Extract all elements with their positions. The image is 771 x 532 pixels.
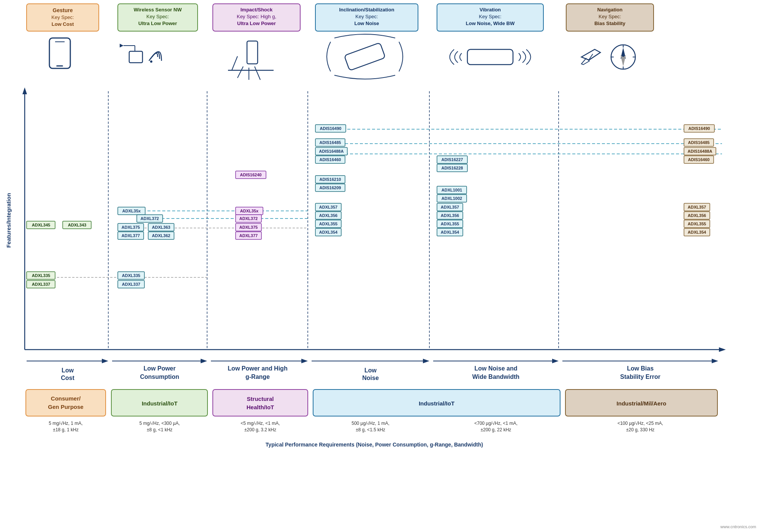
svg-rect-39 [467, 49, 513, 65]
svg-text:Industrial/IoT: Industrial/IoT [142, 400, 177, 407]
svg-marker-30 [120, 44, 123, 48]
svg-text:ADXL357: ADXL357 [688, 205, 706, 209]
svg-text:Health/IoT: Health/IoT [247, 404, 274, 410]
svg-text:ADXL354: ADXL354 [688, 230, 706, 234]
svg-text:±200 g, 3.2 kHz: ±200 g, 3.2 kHz [244, 427, 276, 432]
svg-text:ADXL35x: ADXL35x [122, 209, 141, 213]
svg-text:ADXL355: ADXL355 [441, 222, 459, 226]
svg-line-33 [232, 56, 237, 70]
svg-text:ADXL343: ADXL343 [68, 223, 86, 227]
svg-text:ADXL1001: ADXL1001 [442, 188, 462, 192]
svg-marker-161 [712, 359, 718, 363]
svg-text:Vibration: Vibration [480, 7, 501, 13]
svg-text:<100 µg/√Hz, <25 mA,: <100 µg/√Hz, <25 mA, [617, 421, 663, 426]
svg-text:Industrial/Mil/Aero: Industrial/Mil/Aero [617, 400, 667, 407]
svg-marker-153 [201, 359, 207, 363]
svg-marker-56 [719, 347, 726, 352]
svg-text:Low Cost: Low Cost [52, 21, 74, 27]
svg-text:Wide Bandwidth: Wide Bandwidth [472, 374, 519, 380]
svg-text:Key Spec:: Key Spec: [598, 14, 621, 19]
svg-text:Low Noise: Low Noise [354, 21, 379, 26]
svg-text:ADIS16228: ADIS16228 [442, 166, 463, 170]
svg-text:ADXL355: ADXL355 [319, 222, 337, 226]
svg-marker-157 [423, 359, 429, 363]
svg-text:ADIS16490: ADIS16490 [320, 126, 342, 131]
svg-text:Low Bias: Low Bias [627, 365, 654, 372]
svg-rect-25 [56, 65, 63, 66]
svg-text:ADXL372: ADXL372 [239, 216, 258, 221]
svg-text:Noise: Noise [362, 375, 379, 381]
svg-text:ADXL345: ADXL345 [32, 223, 50, 227]
svg-text:ADXL377: ADXL377 [239, 233, 258, 238]
svg-marker-48 [22, 87, 27, 94]
svg-text:Gen Purpose: Gen Purpose [48, 404, 83, 410]
svg-text:Key Spec:: Key Spec: [51, 14, 74, 20]
svg-text:ADIS16488A: ADIS16488A [688, 149, 712, 154]
svg-text:ADXL375: ADXL375 [122, 225, 140, 230]
svg-text:ADXL35x: ADXL35x [240, 209, 259, 213]
svg-text:±8 g, <1 kHz: ±8 g, <1 kHz [147, 427, 173, 432]
svg-text:Typical Performance Requiremen: Typical Performance Requirements (Noise,… [266, 442, 483, 448]
svg-text:Ultra Low Power: Ultra Low Power [138, 21, 177, 26]
svg-text:ADXL337: ADXL337 [32, 282, 50, 287]
svg-text:Features/Integration: Features/Integration [5, 193, 12, 248]
svg-text:www.cntronics.com: www.cntronics.com [720, 524, 756, 529]
svg-text:ADXL335: ADXL335 [32, 273, 50, 278]
svg-text:ADXL356: ADXL356 [688, 213, 706, 218]
svg-text:ADXL354: ADXL354 [441, 230, 459, 234]
svg-text:Navigation: Navigation [597, 7, 623, 13]
svg-text:Consumption: Consumption [140, 374, 179, 380]
main-container: Gesture Key Spec: Low Cost Wireless Sens… [0, 0, 771, 532]
svg-text:Wireless Sensor NW: Wireless Sensor NW [134, 7, 182, 13]
svg-text:ADIS16209: ADIS16209 [320, 185, 341, 190]
svg-text:5 mg/√Hz, <300 µA,: 5 mg/√Hz, <300 µA, [139, 421, 180, 426]
svg-text:±8 g, <1.5 kHz: ±8 g, <1.5 kHz [356, 427, 385, 432]
svg-text:ADXL362: ADXL362 [152, 233, 170, 238]
svg-text:Ultra Low Power: Ultra Low Power [237, 21, 276, 26]
svg-text:Low Noise, Wide BW: Low Noise, Wide BW [466, 21, 515, 26]
svg-text:Gesture: Gesture [53, 7, 73, 13]
svg-text:ADIS16227: ADIS16227 [442, 157, 463, 162]
svg-text:ADXL363: ADXL363 [152, 225, 170, 230]
svg-text:Low Power and High: Low Power and High [228, 365, 287, 372]
svg-rect-32 [247, 41, 258, 64]
svg-text:Bias Stability: Bias Stability [594, 21, 625, 26]
svg-text:±200 g, 22 kHz: ±200 g, 22 kHz [481, 427, 511, 432]
svg-rect-38 [344, 43, 385, 71]
svg-text:ADIS16485: ADIS16485 [688, 140, 710, 145]
svg-text:Key Spec:: Key Spec: [355, 14, 378, 19]
svg-text:Key Spec:: Key Spec: [479, 14, 501, 19]
svg-marker-151 [102, 359, 108, 363]
svg-text:Low: Low [62, 367, 74, 374]
svg-text:ADXL354: ADXL354 [319, 230, 338, 234]
svg-text:ADXL375: ADXL375 [239, 225, 258, 230]
svg-text:ADXL357: ADXL357 [441, 205, 459, 209]
svg-marker-159 [552, 359, 559, 363]
svg-text:ADXL335: ADXL335 [122, 273, 140, 278]
svg-text:±20 g, 330 Hz: ±20 g, 330 Hz [626, 427, 655, 432]
svg-text:Consumer/: Consumer/ [51, 395, 81, 402]
svg-text:<5 mg/√Hz, <1 mA,: <5 mg/√Hz, <1 mA, [241, 421, 280, 426]
svg-text:5 mg/√Hz, 1 mA,: 5 mg/√Hz, 1 mA, [49, 421, 82, 426]
svg-text:Cost: Cost [61, 375, 74, 381]
svg-rect-27 [129, 51, 142, 63]
svg-text:Key Spec:: Key Spec: [146, 14, 169, 19]
svg-text:Inclination/Stabilization: Inclination/Stabilization [339, 7, 394, 13]
svg-text:ADIS16210: ADIS16210 [320, 177, 341, 182]
svg-text:Stability Error: Stability Error [620, 374, 660, 380]
svg-text:Low Power: Low Power [144, 365, 176, 372]
svg-line-34 [237, 66, 243, 78]
svg-text:ADXL356: ADXL356 [441, 213, 459, 218]
svg-text:ADIS16488A: ADIS16488A [319, 149, 344, 154]
svg-text:ADXL337: ADXL337 [122, 282, 140, 287]
svg-point-31 [150, 60, 152, 63]
svg-text:ADIS16490: ADIS16490 [689, 126, 710, 131]
svg-text:Low Noise and: Low Noise and [475, 365, 518, 372]
svg-text:ADIS16485: ADIS16485 [320, 140, 341, 145]
svg-text:±18 g, 1 kHz: ±18 g, 1 kHz [53, 427, 78, 432]
svg-text:ADIS16460: ADIS16460 [688, 157, 710, 162]
svg-text:<700 µg/√Hz, <1 mA,: <700 µg/√Hz, <1 mA, [474, 421, 518, 426]
svg-text:Structural: Structural [247, 396, 274, 402]
svg-text:ADIS16240: ADIS16240 [240, 173, 262, 177]
svg-text:ADXL355: ADXL355 [688, 222, 706, 226]
